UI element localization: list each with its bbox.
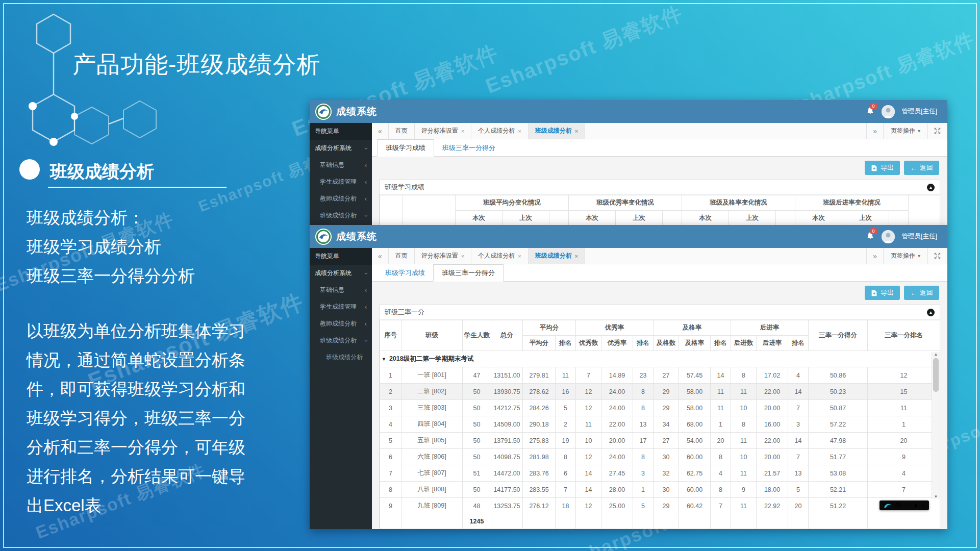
sidebar-item-学生成绩管理[interactable]: 学生成绩管理‹: [310, 173, 372, 190]
scroll-tabs-right-icon[interactable]: »: [867, 123, 884, 139]
panel-collapse-icon[interactable]: ▲: [927, 309, 935, 316]
column-header: 三率一分排名: [868, 320, 940, 351]
export-button[interactable]: 导出: [865, 286, 900, 300]
column-header: 及格数: [654, 336, 679, 351]
column-header: 本次: [456, 211, 502, 226]
column-header: 上次: [842, 211, 889, 226]
subtab-班级学习成绩[interactable]: 班级学习成绩: [377, 265, 433, 281]
panel-collapse-icon[interactable]: ▲: [927, 184, 935, 191]
table-scrollbar[interactable]: ▲ ▼: [932, 352, 940, 499]
notification-bell-icon[interactable]: 0: [866, 232, 874, 241]
column-header: 上次: [616, 211, 663, 226]
table-row[interactable]: 2二班 [802]5013930.75278.62161224.0082958.…: [380, 384, 940, 400]
close-tab-icon[interactable]: ×: [461, 128, 464, 134]
fullscreen-icon[interactable]: [928, 123, 947, 139]
scroll-tabs-left-icon[interactable]: «: [372, 248, 389, 264]
column-header: 及格率: [679, 336, 711, 351]
tab-个人成绩分析[interactable]: 个人成绩分析×: [471, 248, 528, 264]
notification-bell-icon[interactable]: 0: [866, 107, 874, 116]
table-row[interactable]: 9九班 [809]4813253.75276.12181225.0052960.…: [380, 498, 940, 514]
tab-operations-dropdown[interactable]: 页签操作▾: [884, 248, 928, 264]
scroll-up-icon[interactable]: ▲: [934, 352, 938, 357]
column-header: 平均分: [523, 336, 556, 351]
table-row[interactable]: 5五班 [805]5013791.50275.83191020.00172754…: [380, 433, 940, 449]
subtab-班级三率一分得分[interactable]: 班级三率一分得分: [434, 140, 504, 156]
fullscreen-icon[interactable]: [928, 248, 947, 264]
sidebar-item-教师成绩分析[interactable]: 教师成绩分析‹: [310, 315, 372, 332]
scroll-tabs-right-icon[interactable]: »: [867, 248, 884, 264]
column-group: 平均分: [523, 320, 576, 336]
close-tab-icon[interactable]: ×: [575, 253, 578, 259]
tab-个人成绩分析[interactable]: 个人成绩分析×: [471, 123, 528, 139]
back-button[interactable]: ←返回: [904, 161, 939, 175]
sidebar-item-学生成绩管理[interactable]: 学生成绩管理‹: [310, 298, 372, 315]
close-tab-icon[interactable]: ×: [575, 128, 578, 134]
table-row[interactable]: 8八班 [808]5014177.50283.5571428.0013060.0…: [380, 482, 940, 498]
app-logo-icon: [315, 103, 332, 120]
column-header: 排名: [556, 336, 576, 351]
user-label[interactable]: 管理员[主任]: [902, 107, 937, 116]
scroll-down-icon[interactable]: ▼: [934, 494, 938, 499]
close-tab-icon[interactable]: ×: [518, 128, 521, 134]
tab-operations-dropdown[interactable]: 页签操作▾: [884, 123, 928, 139]
panel-title: 班级学习成绩: [385, 183, 424, 192]
subtab-班级三率一分得分[interactable]: 班级三率一分得分: [433, 264, 504, 282]
exam-group-row[interactable]: ▼2018级初二第一学期期末考试: [380, 351, 940, 367]
column-header: 班级: [401, 320, 463, 351]
dropdown-caret-icon: ▾: [918, 128, 920, 134]
chevron-down-icon: ‹: [363, 147, 368, 149]
page-title: 产品功能-班级成绩分析: [72, 49, 320, 81]
column-header: 上次: [502, 211, 549, 226]
back-button[interactable]: ←返回: [904, 286, 939, 300]
tab-评分标准设置[interactable]: 评分标准设置×: [415, 248, 471, 264]
export-button[interactable]: 导出: [865, 161, 900, 175]
sidebar-item-基础信息[interactable]: 基础信息‹: [310, 282, 372, 298]
recorder-glyph: ♟: [913, 502, 918, 509]
table-row[interactable]: 1一班 [801]4713151.00279.8111714.89232757.…: [380, 367, 940, 384]
sidebar-item-基础信息[interactable]: 基础信息‹: [310, 157, 372, 173]
column-header: 本次: [795, 211, 842, 226]
description-line: 情况，通过简单蛇设置分析条: [27, 345, 245, 374]
screen-recorder-overlay: 中♡♟○: [880, 500, 929, 510]
tab-班级成绩分析[interactable]: 班级成绩分析×: [529, 123, 585, 139]
column-header: 学生人数: [463, 320, 491, 351]
chevron-left-icon: ‹: [365, 196, 367, 202]
app-title: 成绩系统: [336, 105, 377, 118]
column-header: 优秀率: [601, 336, 633, 351]
sidebar-item-教师成绩分析[interactable]: 教师成绩分析‹: [310, 190, 372, 207]
intro-line: 班级学习成绩分析: [27, 232, 195, 261]
description-line: 班级学习得分，班级三率一分: [27, 404, 245, 433]
scroll-tabs-left-icon[interactable]: «: [372, 123, 389, 139]
user-avatar[interactable]: [882, 230, 895, 243]
intro-line: 班级成绩分析：: [27, 203, 195, 232]
column-header: 后进数: [731, 336, 757, 351]
scrollbar-thumb[interactable]: [933, 358, 939, 392]
table-row[interactable]: 4四班 [804]5014509.00290.1821122.00133468.…: [380, 416, 940, 433]
sidebar-item-成绩分析系统[interactable]: 成绩分析系统‹: [310, 140, 372, 157]
user-label[interactable]: 管理员[主任]: [902, 232, 937, 241]
close-tab-icon[interactable]: ×: [518, 253, 521, 259]
close-tab-icon[interactable]: ×: [461, 253, 464, 259]
tab-首页[interactable]: 首页: [389, 248, 415, 264]
tab-评分标准设置[interactable]: 评分标准设置×: [415, 123, 471, 139]
column-header: 排名: [633, 336, 654, 351]
table-row[interactable]: 6六班 [806]5014098.75281.9881224.0083060.0…: [380, 449, 940, 465]
subtab-班级学习成绩[interactable]: 班级学习成绩: [377, 139, 434, 157]
chevron-down-icon: ‹: [363, 339, 368, 341]
chevron-down-icon: ‹: [363, 214, 368, 216]
section-underline: [48, 187, 227, 188]
app-logo-icon: [315, 228, 332, 245]
tab-班级成绩分析[interactable]: 班级成绩分析×: [529, 248, 585, 264]
presentation-slide: 产品功能-班级成绩分析 班级成绩分析 班级成绩分析：班级学习成绩分析班级三率一分…: [0, 0, 980, 551]
column-header: 本次: [569, 211, 616, 226]
user-avatar[interactable]: [882, 105, 895, 118]
sidebar-item-班级成绩分析[interactable]: 班级成绩分析‹: [310, 207, 372, 224]
sidebar-item-班级成绩分析[interactable]: 班级成绩分析: [310, 349, 372, 366]
tab-首页[interactable]: 首页: [389, 123, 415, 139]
sidebar-item-成绩分析系统[interactable]: 成绩分析系统‹: [310, 265, 372, 282]
back-arrow-icon: ←: [910, 164, 917, 172]
table-row[interactable]: 3三班 [803]5014212.75284.2651224.0082958.0…: [380, 400, 940, 416]
section-bullet: [19, 159, 40, 180]
table-row[interactable]: 7七班 [807]5114472.00283.7661427.4533262.7…: [380, 465, 940, 482]
sidebar-item-班级成绩分析[interactable]: 班级成绩分析‹: [310, 332, 372, 349]
